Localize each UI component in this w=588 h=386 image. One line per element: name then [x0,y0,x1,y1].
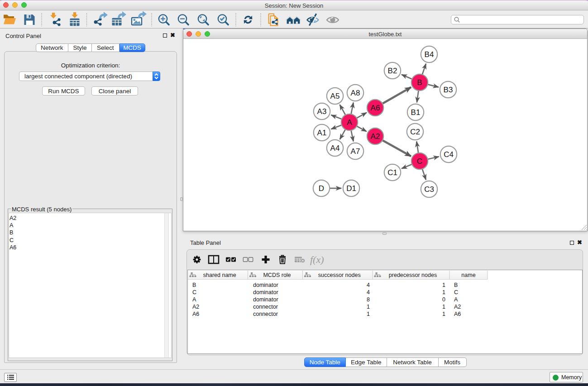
svg-text:B3: B3 [444,86,453,94]
svg-text:B: B [454,282,458,288]
svg-text:1: 1 [367,311,370,317]
svg-text:shared name: shared name [203,272,236,278]
svg-text:C2: C2 [410,128,420,136]
svg-text:A: A [454,296,458,303]
svg-text:dominator: dominator [253,282,278,288]
svg-text:4: 4 [367,289,370,295]
svg-text:A6: A6 [371,104,380,112]
svg-text:C1: C1 [387,168,397,177]
svg-text:A: A [347,118,352,127]
svg-text:f(x): f(x) [310,254,324,265]
svg-text:dominator: dominator [253,289,278,295]
svg-text:C3: C3 [424,185,434,194]
svg-text:1: 1 [442,282,445,288]
svg-text:B1: B1 [411,108,421,117]
svg-text:C: C [192,289,196,295]
svg-text:MCDS role: MCDS role [263,272,291,278]
svg-text:A6: A6 [454,311,461,317]
svg-text:0: 0 [442,296,445,303]
svg-text:successor nodes: successor nodes [318,272,361,278]
svg-text:name: name [461,272,475,278]
svg-text:4: 4 [367,282,370,288]
svg-text:A1: A1 [317,129,327,137]
svg-text:1: 1 [367,304,370,310]
svg-text:C: C [454,289,458,295]
svg-text:B: B [192,282,196,288]
svg-text:A5: A5 [330,92,340,100]
svg-text:D1: D1 [346,184,356,193]
svg-text:connector: connector [253,304,278,310]
svg-text:A6: A6 [192,311,199,317]
svg-text:1: 1 [442,304,445,310]
svg-text:A2: A2 [371,132,380,141]
svg-text:A2: A2 [454,304,461,310]
svg-text:predecessor nodes: predecessor nodes [389,272,437,278]
svg-text:1: 1 [442,289,445,295]
svg-text:D: D [319,184,324,193]
svg-text:A: A [192,296,196,303]
svg-text:B: B [417,78,422,87]
svg-text:1: 1 [442,311,445,317]
svg-text:8: 8 [367,296,370,303]
svg-text:B2: B2 [388,67,397,75]
svg-text:A2: A2 [192,304,199,310]
svg-text:A3: A3 [317,107,327,116]
svg-text:A7: A7 [351,147,360,156]
svg-text:C: C [417,157,422,166]
svg-text:C4: C4 [444,150,454,159]
svg-text:A8: A8 [351,89,360,97]
svg-text:connector: connector [253,311,278,317]
svg-text:A4: A4 [330,144,340,152]
svg-text:B4: B4 [425,50,434,59]
svg-text:dominator: dominator [253,296,278,303]
